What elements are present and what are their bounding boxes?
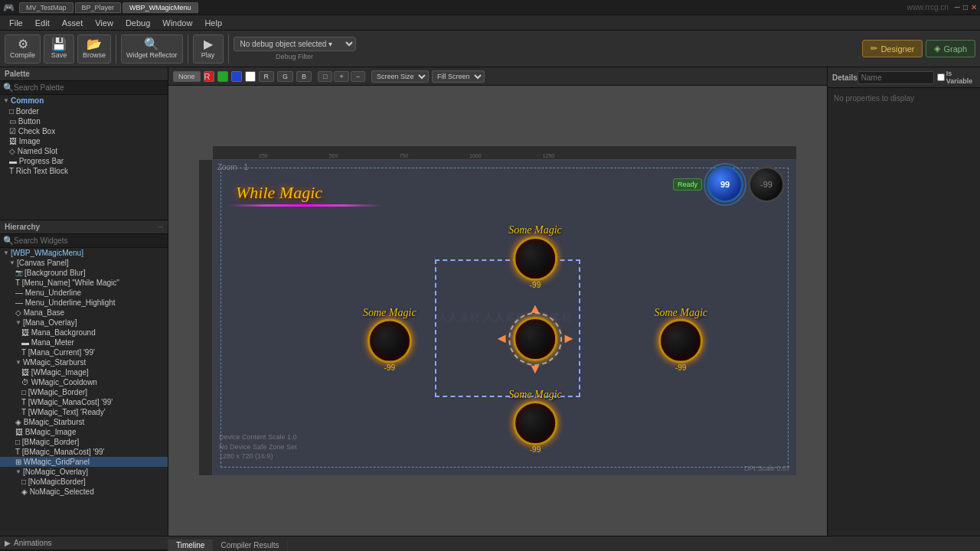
menu-edit[interactable]: Edit <box>29 18 56 28</box>
canvas-minus-btn[interactable]: − <box>351 71 365 82</box>
close-btn[interactable]: ✕ <box>971 3 977 11</box>
hierarchy-wmagic-starburst[interactable]: ▼ WMagic_Starburst <box>0 357 168 367</box>
hierarchy-bmagic-manacost[interactable]: T [BMagic_ManaCost] '99' <box>0 447 168 457</box>
reflector-icon: 🔍 <box>144 38 159 51</box>
hierarchy-bmagic-image[interactable]: 🖼 BMagic_Image <box>0 427 168 437</box>
hierarchy-wmagic-border[interactable]: □ [WMagic_Border] <box>0 387 168 397</box>
mana-starburst <box>704 163 746 206</box>
hierarchy-nomagicborder[interactable]: □ [NoMagicBorder] <box>0 477 168 487</box>
tab-compiler-results[interactable]: Compiler Results <box>213 540 287 551</box>
save-button[interactable]: 💾 Save <box>44 34 74 64</box>
spell-left-orb <box>368 318 412 363</box>
canvas-g-btn[interactable]: G <box>277 71 293 82</box>
hierarchy-mana-base[interactable]: ◇ Mana_Base <box>0 308 168 318</box>
spell-right[interactable]: Some Magic -99 <box>654 306 707 371</box>
hierarchy-root[interactable]: ▼ [WBP_WMagicMenu] <box>0 248 168 258</box>
palette-common-header: ▼ Common <box>0 95 168 106</box>
widget-design-canvas[interactable]: Zoom - 1 While Magic Ready 99 <box>213 160 796 475</box>
toolbar-sep-2 <box>188 34 188 64</box>
save-label: Save <box>51 51 67 59</box>
details-name-input[interactable] <box>858 71 934 84</box>
designer-label: Designer <box>880 44 914 54</box>
canvas-b-btn[interactable]: B <box>296 71 312 82</box>
hierarchy-wmagic-manacost[interactable]: T [WMagic_ManaCost] '99' <box>0 397 168 407</box>
spell-bottom[interactable]: Some Magic -99 <box>508 389 562 454</box>
palette-search-input[interactable] <box>14 83 165 92</box>
left-panel: Palette 🔍 ▼ Common □ Border ▭ Button ☑ C… <box>0 67 168 536</box>
spell-left[interactable]: Some Magic -99 <box>363 306 416 371</box>
hierarchy-wmagic-text[interactable]: T [WMagic_Text] 'Ready' <box>0 407 168 417</box>
hierarchy-mana-current[interactable]: T [Mana_Current] '99' <box>0 347 168 357</box>
hierarchy-mana-bg[interactable]: 🖼 Mana_Background <box>0 328 168 337</box>
hierarchy-bmagic-border[interactable]: □ [BMagic_Border] <box>0 437 168 447</box>
browse-button[interactable]: 📂 Browse <box>77 34 111 64</box>
palette-search-icon: 🔍 <box>3 83 14 93</box>
palette-item-progress-bar[interactable]: ▬ Progress Bar <box>0 156 168 166</box>
hierarchy-search-input[interactable] <box>14 236 165 245</box>
canvas-color-blue[interactable] <box>231 71 242 82</box>
hierarchy-wmagic-gridpanel[interactable]: ⊞ WMagic_GridPanel <box>0 457 168 467</box>
spell-left-name: Some Magic <box>363 306 416 318</box>
spell-right-cost: -99 <box>675 363 686 371</box>
palette-item-button[interactable]: ▭ Button <box>0 116 168 126</box>
fill-screen-select[interactable]: Fill Screen <box>432 70 485 83</box>
graph-icon: ◈ <box>934 44 940 54</box>
dark-value: -99 <box>760 180 773 189</box>
menu-asset[interactable]: Asset <box>56 18 90 28</box>
palette-item-rich-text[interactable]: T Rich Text Block <box>0 166 168 176</box>
hierarchy-menu-underline[interactable]: — Menu_Underline <box>0 288 168 298</box>
canvas-r-btn[interactable]: R <box>259 71 275 82</box>
graph-button[interactable]: ◈ Graph <box>926 40 975 57</box>
hierarchy-menu-underline-highlight[interactable]: — Menu_Underline_Highlight <box>0 298 168 308</box>
hierarchy-wmagic-image[interactable]: 🖼 [WMagic_Image] <box>0 367 168 377</box>
hierarchy-bmagic-starburst[interactable]: ◈ BMagic_Starburst <box>0 417 168 427</box>
hierarchy-mana-overlay[interactable]: ▼ [Mana_Overlay] <box>0 318 168 328</box>
hierarchy-nomagic-overlay[interactable]: ▼ [NoMagic_Overlay] <box>0 467 168 477</box>
hierarchy-canvas-panel[interactable]: ▼ [Canvas Panel] <box>0 258 168 268</box>
tab-bp-player[interactable]: BP_Player <box>75 2 122 13</box>
tab-timeline[interactable]: Timeline <box>168 540 213 551</box>
canvas-color-white[interactable] <box>245 71 256 82</box>
menu-view[interactable]: View <box>89 18 119 28</box>
canvas-toolbar: None R R G B □ + − Screen Size Fill Scre… <box>168 67 827 86</box>
arrow-up: ▲ <box>528 301 542 317</box>
magic-title: While Magic <box>236 183 322 203</box>
play-button[interactable]: ▶ Play <box>193 34 224 64</box>
canvas-plus-btn[interactable]: + <box>334 71 348 82</box>
bottom-tabs: Timeline Compiler Results <box>168 536 980 551</box>
widget-reflector-button[interactable]: 🔍 Widget Reflector <box>121 34 183 64</box>
palette-header: Palette <box>0 67 168 81</box>
hierarchy-mana-meter[interactable]: ▬ Mana_Meter <box>0 337 168 347</box>
palette-item-named-slot[interactable]: ◇ Named Slot <box>0 146 168 156</box>
canvas-none-btn[interactable]: None <box>173 71 201 82</box>
menu-debug[interactable]: Debug <box>119 18 156 28</box>
minimize-btn[interactable]: ─ <box>955 3 960 11</box>
palette-item-checkbox[interactable]: ☑ Check Box <box>0 126 168 136</box>
maximize-btn[interactable]: □ <box>963 3 968 11</box>
menu-file[interactable]: File <box>3 18 29 28</box>
debug-object-select[interactable]: No debug object selected ▾ <box>234 37 356 51</box>
toolbar-sep-3 <box>228 34 229 64</box>
palette-item-border[interactable]: □ Border <box>0 106 168 116</box>
hierarchy-nomagic-selected[interactable]: ◈ NoMagic_Selected <box>0 487 168 497</box>
screen-size-select[interactable]: Screen Size <box>371 70 429 83</box>
spell-top[interactable]: Some Magic -99 <box>508 224 562 289</box>
spell-bottom-cost: -99 <box>530 445 541 454</box>
canvas-square-btn[interactable]: □ <box>318 71 332 82</box>
tab-wbp-wmagic-menu[interactable]: WBP_WMagicMenu <box>122 2 198 13</box>
hierarchy-bg-blur[interactable]: 📷 [Background Blur] <box>0 268 168 278</box>
tab-mv-testmap[interactable]: MV_TestMap <box>19 2 74 13</box>
hierarchy-wmagic-cooldown[interactable]: ⏱ WMagic_Cooldown <box>0 377 168 387</box>
menu-help[interactable]: Help <box>198 18 228 28</box>
ruler-horizontal: 250 500 750 1000 1250 <box>213 146 796 160</box>
palette-item-image[interactable]: 🖼 Image <box>0 136 168 146</box>
compile-button[interactable]: ⚙ Compile <box>5 34 41 64</box>
is-variable-checkbox[interactable] <box>937 73 945 81</box>
hierarchy-search-icon: 🔍 <box>3 236 14 246</box>
designer-button[interactable]: ✏ Designer <box>862 40 923 57</box>
menu-window[interactable]: Window <box>156 18 198 28</box>
hierarchy-menu-name[interactable]: T [Menu_Name] "While Magic" <box>0 278 168 288</box>
canvas-color-red[interactable]: R <box>204 71 214 82</box>
canvas-color-green[interactable] <box>217 71 228 82</box>
spell-center[interactable]: ▲ ◄ ► ▼ <box>495 301 576 377</box>
